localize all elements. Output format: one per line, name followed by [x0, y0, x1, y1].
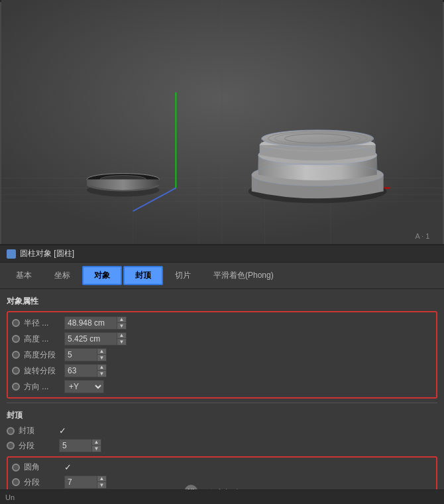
status-text: Un [5, 493, 15, 501]
tabs-row: 基本 坐标 对象 封顶 切片 平滑着色(Phong) [0, 263, 444, 289]
cap-check-row: 封顶 ✓ [7, 424, 437, 438]
fillet-check-row: 圆角 ✓ [12, 460, 432, 474]
rot-seg-label: 旋转分段 [24, 365, 60, 377]
svg-text:A · 1: A · 1 [415, 232, 429, 240]
rot-seg-radio[interactable] [12, 367, 20, 375]
tab-coord[interactable]: 坐标 [44, 267, 81, 284]
height-spinner: ▲ ▼ [117, 332, 127, 346]
cap-checkmark: ✓ [59, 426, 66, 436]
rot-seg-spin-down[interactable]: ▼ [97, 371, 106, 377]
height-spin-down[interactable]: ▼ [117, 339, 126, 345]
height-seg-input-group: ▲ ▼ [64, 348, 107, 361]
status-bar: Un [0, 489, 444, 504]
tab-basic[interactable]: 基本 [5, 267, 42, 284]
direction-row: 方向 ... +Y +X +Z [12, 379, 432, 395]
height-spin-up[interactable]: ▲ [117, 333, 126, 339]
cap-sub-radio[interactable] [7, 442, 15, 450]
height-seg-radio[interactable] [12, 351, 20, 359]
cap-sub-spin-down[interactable]: ▼ [92, 446, 101, 452]
height-radio[interactable] [12, 335, 20, 343]
fillet-sub-label: 分段 [24, 477, 60, 488]
fillet-sub-spin-down[interactable]: ▼ [97, 482, 106, 488]
tab-cap[interactable]: 封顶 [123, 266, 163, 285]
cap-sub-row: 分段 ▲ ▼ [7, 438, 437, 454]
fillet-sub-spin-up[interactable]: ▲ [97, 476, 106, 482]
rot-seg-input[interactable] [64, 364, 97, 377]
object-icon [7, 249, 16, 259]
object-properties-box: 半径 ... ▲ ▼ 高度 ... ▲ ▼ [7, 311, 437, 399]
cap-sub-label: 分段 [19, 440, 55, 452]
radius-spin-down[interactable]: ▼ [117, 323, 126, 329]
3d-scene: A · 1 [0, 0, 444, 244]
radius-input-group: ▲ ▼ [64, 316, 127, 330]
fillet-check-label: 圆角 [24, 462, 60, 473]
panel-title: 圆柱对象 [圆柱] [20, 248, 74, 259]
tab-slice[interactable]: 切片 [164, 267, 201, 284]
radius-radio[interactable] [12, 319, 20, 327]
cap-sub-spinner: ▲ ▼ [92, 439, 101, 452]
radius-spin-up[interactable]: ▲ [117, 317, 126, 323]
radius-input[interactable] [64, 316, 117, 330]
radius-spinner: ▲ ▼ [117, 316, 127, 330]
direction-select[interactable]: +Y +X +Z [64, 380, 104, 393]
height-seg-spinner: ▲ ▼ [97, 348, 107, 361]
rot-seg-row: 旋转分段 ▲ ▼ [12, 363, 432, 379]
cap-radio[interactable] [7, 427, 15, 435]
tab-object[interactable]: 对象 [82, 266, 122, 285]
tab-phong[interactable]: 平滑着色(Phong) [203, 267, 284, 284]
height-seg-input[interactable] [64, 348, 97, 361]
properties-panel: 圆柱对象 [圆柱] 基本 坐标 对象 封顶 切片 平滑着色(Phong) 对象属… [0, 245, 444, 504]
height-seg-spin-down[interactable]: ▼ [97, 355, 106, 361]
direction-radio[interactable] [12, 383, 20, 391]
height-input[interactable] [64, 332, 117, 346]
radius-label: 半径 ... [24, 318, 60, 329]
fillet-checkmark: ✓ [64, 462, 72, 472]
fillet-sub-input-group: ▲ ▼ [64, 475, 107, 489]
height-row: 高度 ... ▲ ▼ [12, 331, 432, 347]
fillet-radio[interactable] [12, 464, 20, 472]
direction-label: 方向 ... [24, 381, 60, 393]
height-label: 高度 ... [24, 334, 60, 345]
cap-section-header: 封顶 [7, 407, 437, 424]
fillet-sub-spinner: ▲ ▼ [97, 475, 107, 489]
height-seg-row: 高度分段 ▲ ▼ [12, 347, 432, 363]
height-input-group: ▲ ▼ [64, 332, 127, 346]
cap-check-label: 封顶 [19, 425, 55, 436]
radius-row: 半径 ... ▲ ▼ [12, 315, 432, 331]
rot-seg-input-group: ▲ ▼ [64, 364, 107, 377]
3d-viewport[interactable]: 思绪设计论坛 www.missyuan.com [0, 0, 444, 245]
divider-1 [7, 403, 437, 403]
fillet-sub-radio[interactable] [12, 478, 20, 486]
cap-sub-spin-up[interactable]: ▲ [92, 440, 101, 446]
title-bar: 圆柱对象 [圆柱] [0, 245, 444, 263]
rot-seg-spinner: ▲ ▼ [97, 364, 107, 377]
rot-seg-spin-up[interactable]: ▲ [97, 365, 106, 371]
properties-area: 对象属性 半径 ... ▲ ▼ 高度 ... [0, 289, 444, 504]
cap-sub-input[interactable] [59, 439, 92, 452]
height-seg-label: 高度分段 [24, 349, 60, 361]
object-properties-header: 对象属性 [7, 293, 437, 310]
cap-sub-input-group: ▲ ▼ [59, 439, 101, 452]
fillet-sub-input[interactable] [64, 475, 97, 489]
height-seg-spin-up[interactable]: ▲ [97, 349, 106, 355]
